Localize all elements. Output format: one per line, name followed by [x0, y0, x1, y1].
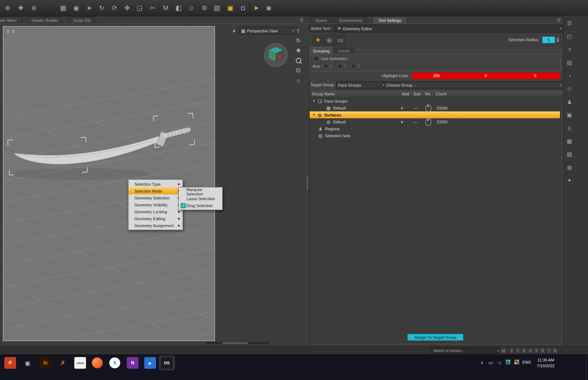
tab-tool-settings[interactable]: Tool Settings [372, 16, 407, 24]
menu-item-geometry-locking[interactable]: Geometry Locking▶ [129, 208, 183, 215]
3d-viewport[interactable]: 2 : 3 [3, 26, 215, 341]
tray-chevron-up-icon[interactable]: ∧ [479, 359, 485, 366]
tool-settings-pane-icon[interactable]: ✦ [565, 176, 574, 185]
table-row-surfaces[interactable]: ▼ ◍ Surfaces [310, 111, 560, 118]
menu-item-lasso-selection[interactable]: Lasso Selection [179, 195, 222, 202]
add-figure-icon[interactable]: ⊕ [2, 1, 13, 15]
taskbar-daz-studio-icon[interactable]: DS [161, 357, 173, 369]
geometry-brush-icon[interactable]: ▨ [211, 1, 222, 15]
surface-select-icon[interactable]: ◧ [173, 1, 184, 15]
node-pointer-icon[interactable]: ➤ [251, 1, 262, 15]
viewport-pane-menu-icon[interactable]: ☰ [295, 28, 301, 33]
tray-clock[interactable]: 11:36 AM 7/10/2022 [533, 357, 559, 369]
subtract-from-group-button[interactable]: — [413, 104, 417, 111]
menu-item-geometry-selection[interactable]: Geometry Selection▶ [129, 194, 183, 201]
taskbar-media-icon[interactable]: ▶ [144, 357, 156, 369]
radius-spinner[interactable] [555, 36, 560, 43]
measure-tool-icon[interactable]: M [160, 1, 171, 15]
splitter-handle[interactable] [307, 175, 308, 190]
add-to-group-button[interactable]: + [401, 104, 403, 111]
scrollbar-thumb[interactable] [222, 342, 248, 344]
table-row-face-groups[interactable]: ▼ ❏ Face Groups [310, 98, 560, 104]
tab-script-ide[interactable]: Script IDE [68, 16, 96, 24]
taskbar-powerpoint-icon[interactable]: P [4, 357, 16, 369]
choose-group-dropdown[interactable]: Choose Group... ▼ [384, 81, 564, 89]
use-symmetry-checkbox[interactable] [314, 56, 319, 62]
dock-pane-menu-icon[interactable]: ☰ [565, 19, 574, 28]
tray-app-icon[interactable] [506, 360, 510, 364]
menu-item-drag-selection[interactable]: ✓Drag Selection [179, 202, 222, 209]
pane-menu-icon[interactable]: ☰ [556, 17, 562, 23]
scene-pane-icon[interactable]: ◇ [565, 84, 574, 93]
page-button-5[interactable]: 5 [533, 348, 540, 354]
tab-details[interactable]: Details [333, 47, 355, 54]
page-button-3[interactable]: 3 [521, 348, 527, 354]
page-button-7[interactable]: 7 [546, 348, 552, 354]
smart-content-icon[interactable]: ◔ [565, 71, 574, 80]
geometry-editor-tool-icon[interactable]: ▣ [225, 1, 236, 15]
figure-pose-icon[interactable]: ☺ [186, 1, 197, 15]
table-row-surface-default[interactable]: ◍ Default + — 23256 [310, 118, 560, 125]
render-settings-icon[interactable]: ◍ [565, 163, 574, 172]
people-pane-icon[interactable]: ♟ [565, 98, 574, 106]
menu-item-marquee-selection[interactable]: Marquee Selection [179, 188, 222, 195]
zoom-tool-icon[interactable] [294, 56, 303, 65]
home-view-icon[interactable]: ⌂ [294, 76, 303, 84]
geometry-mode-icon[interactable]: ❖ [313, 35, 323, 45]
taskbar-cricut-icon[interactable]: cricut [74, 357, 86, 369]
add-light-icon[interactable]: ⊛ [28, 1, 39, 15]
poses-pane-icon[interactable]: ♙ [565, 124, 574, 132]
help-icon[interactable]: ? [565, 45, 574, 54]
show-desktop-divider[interactable] [586, 355, 586, 380]
page-button-8[interactable]: 8 [552, 348, 558, 354]
axis-x-radio[interactable] [324, 64, 329, 69]
tray-app-icon[interactable] [514, 360, 519, 364]
rotate-cw-tool-icon[interactable]: ⟳ [109, 1, 120, 15]
target-group-dropdown[interactable]: Face Groups ▼ [336, 81, 387, 89]
tab-shader-mixer[interactable]: der Mixer [0, 16, 23, 24]
pane-splitter[interactable] [306, 24, 309, 346]
settings-gear-icon[interactable]: ⚙ [199, 1, 210, 15]
pan-tool-icon[interactable]: ✥ [294, 46, 303, 55]
page-button-1[interactable]: 1 [509, 348, 515, 354]
assign-to-target-group-button[interactable]: Assign To Target Group [407, 334, 463, 341]
taskbar-capture-icon[interactable]: ▣ [22, 357, 34, 369]
active-tool-dropdown[interactable]: ❖ Geometry Editor ▼ [335, 25, 564, 32]
pane-menu-icon[interactable]: ☰ [299, 17, 305, 23]
page-button-2[interactable]: 2 [515, 348, 521, 354]
rotate-ccw-tool-icon[interactable]: ↻ [96, 1, 107, 15]
add-to-group-button[interactable]: + [401, 118, 403, 125]
scene-grid-icon[interactable]: ▦ [58, 1, 68, 15]
view-selector-dropdown[interactable]: ▦ Perspective View ▼ [239, 27, 297, 35]
menu-item-selection-type[interactable]: Selection Type▶ [129, 181, 183, 187]
globe-view-icon[interactable]: ◉ [71, 1, 82, 15]
lesson-list-icon[interactable]: ▤ [500, 347, 507, 354]
tree-expand-icon[interactable]: ▼ [313, 111, 315, 118]
axis-z-radio[interactable] [351, 64, 356, 69]
universal-tool-icon[interactable]: ✥ [122, 1, 133, 15]
taskbar-browser-icon[interactable] [92, 357, 103, 368]
lesson-selector-dropdown[interactable]: Select a Lesson... ▼ [431, 347, 502, 354]
frame-tool-icon[interactable]: ⊡ [294, 66, 303, 75]
lasso-selection-mode-icon[interactable]: ◎ [324, 35, 334, 45]
add-prop-icon[interactable]: ✚ [15, 1, 26, 15]
tab-grouping[interactable]: Grouping [310, 47, 333, 54]
highlight-blue-channel[interactable]: 0 [510, 72, 560, 79]
surfaces-pane-icon[interactable]: ▧ [565, 150, 574, 159]
table-row-face-default[interactable]: ▦ Default + — 23256 [310, 104, 560, 111]
render-camera-icon[interactable]: ◙ [263, 1, 274, 15]
tree-expand-icon[interactable]: ▼ [313, 98, 315, 104]
tab-shader-builder[interactable]: Shader Builder [27, 16, 63, 24]
scale-tool-icon[interactable]: ◲ [134, 1, 145, 15]
menu-item-geometry-editing[interactable]: Geometry Editing▶ [129, 215, 183, 222]
page-button-6[interactable]: 6 [540, 348, 546, 354]
taskbar-onenote-icon[interactable]: N [127, 357, 138, 369]
orbit-tool-icon[interactable]: ↻ [294, 36, 303, 45]
selection-radius-field[interactable]: 5 [542, 36, 555, 43]
pointer-tool-icon[interactable]: ➤ [84, 1, 95, 15]
spinner-down-icon[interactable] [557, 40, 559, 42]
taskbar-illustrator-icon[interactable]: Ai [39, 357, 51, 369]
tab-scene[interactable]: Scene [310, 16, 332, 24]
tray-display-icon[interactable]: ▭ [487, 359, 494, 366]
content-library-icon[interactable]: ▤ [565, 58, 574, 67]
